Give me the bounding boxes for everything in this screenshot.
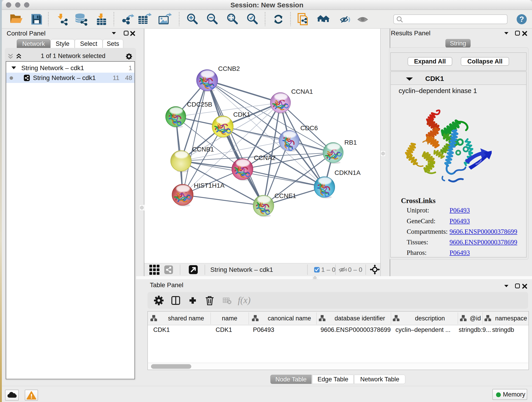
- svg-text:CDK1: CDK1: [233, 111, 250, 118]
- svg-text:0 – 0: 0 – 0: [348, 266, 362, 273]
- svg-text:1 – 0: 1 – 0: [321, 266, 336, 273]
- svg-text:CCNE1: CCNE1: [274, 192, 296, 199]
- svg-text:String Network – cdk1: String Network – cdk1: [210, 266, 273, 273]
- svg-text:RB1: RB1: [344, 139, 357, 146]
- svg-text:HIST1H1A: HIST1H1A: [194, 182, 225, 189]
- svg-text:CCNB2: CCNB2: [218, 65, 240, 72]
- svg-text:CCNA2: CCNA2: [254, 154, 276, 161]
- svg-text:CDC6: CDC6: [300, 124, 318, 132]
- svg-text:f(x): f(x): [238, 295, 251, 305]
- svg-text:CDC25B: CDC25B: [187, 101, 212, 108]
- svg-text:CDKN1A: CDKN1A: [335, 169, 361, 176]
- svg-text:CCNB1: CCNB1: [192, 146, 214, 153]
- svg-text:CCNA1: CCNA1: [291, 88, 313, 95]
